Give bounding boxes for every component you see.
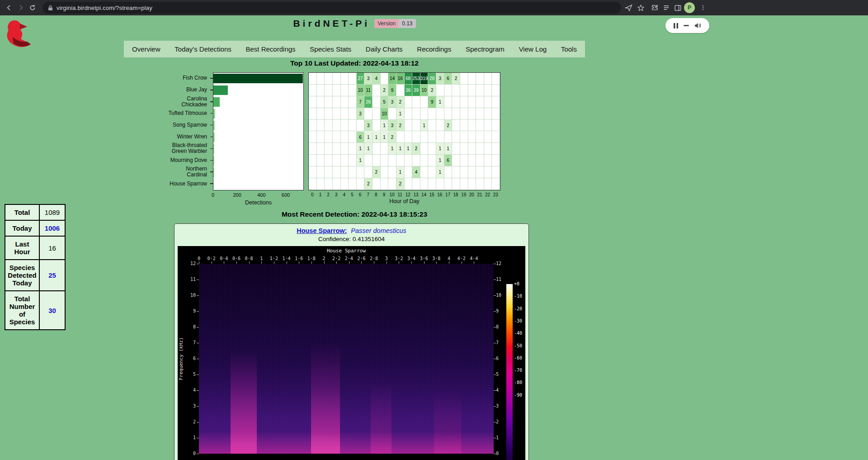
spectrogram-tick-mark xyxy=(197,295,199,296)
species-axis-tick xyxy=(210,125,213,126)
heatmap-cell xyxy=(444,96,453,108)
spectrogram-time-tick-label: 1·4 xyxy=(280,256,293,261)
nav-item-species-stats[interactable]: Species Stats xyxy=(310,45,351,53)
heatmap-cell: 253 xyxy=(412,73,420,85)
spectrogram-freq-tick-label: 1 xyxy=(496,435,509,441)
menu-kebab-icon[interactable] xyxy=(698,2,708,13)
browser-toolbar: virginia.birdnetpi.com/?stream=play P xyxy=(0,0,868,15)
heatmap-cell xyxy=(468,155,476,166)
detection-species-link[interactable]: House Sparrow: xyxy=(297,227,347,234)
heatmap-cell xyxy=(333,155,341,166)
detection-count-bar xyxy=(213,121,215,130)
colorbar-tick-label: -30 xyxy=(514,318,526,324)
spectrogram-tick-mark xyxy=(494,311,496,312)
side-panel-icon[interactable] xyxy=(672,2,683,13)
heatmap-cell xyxy=(325,132,333,143)
species-label: House Sparrow xyxy=(149,178,208,190)
heatmap-cell xyxy=(317,143,325,155)
nav-item-spectrogram[interactable]: Spectrogram xyxy=(466,45,505,53)
nav-item-recordings[interactable]: Recordings xyxy=(417,45,451,53)
heatmap-axis-label: Hour of Day xyxy=(308,198,500,204)
heatmap-cell xyxy=(468,96,476,108)
nav-item-best-recordings[interactable]: Best Recordings xyxy=(246,45,296,53)
species-axis-tick xyxy=(210,78,213,79)
heatmap-cell xyxy=(325,85,333,96)
heatmap-cell xyxy=(341,73,349,85)
heatmap-cell: 27 xyxy=(357,73,365,85)
stats-row: SpeciesDetectedToday25 xyxy=(5,260,65,291)
bar-axis-tick-label: 400 xyxy=(255,192,268,198)
pause-button[interactable] xyxy=(673,23,679,29)
colorbar-tick-label: -20 xyxy=(514,306,526,312)
spectrogram-tick-mark xyxy=(197,264,199,264)
heatmap-cell: 1 xyxy=(436,166,444,178)
spectrogram-time-tick-label: 4·4 xyxy=(467,256,481,261)
spectrogram-tick-mark xyxy=(287,261,287,264)
spectrogram-freq-tick-label: 9 xyxy=(496,308,509,314)
heatmap-cell xyxy=(428,166,436,178)
spectrogram-tick-mark xyxy=(197,327,199,327)
stats-value-link[interactable]: 25 xyxy=(39,260,65,291)
heatmap-cell xyxy=(341,96,349,108)
heatmap-cell xyxy=(428,108,436,120)
extensions-icon[interactable] xyxy=(649,2,660,13)
heatmap-cell xyxy=(364,166,373,178)
heatmap-cell: 1 xyxy=(436,155,444,166)
heatmap-cell: 10 xyxy=(420,85,429,96)
spectrogram-freq-tick-label: 9 xyxy=(183,308,196,314)
spectrogram-tick-mark xyxy=(197,454,199,454)
detection-title: House Sparrow:Passer domesticus xyxy=(175,227,528,236)
heatmap-cell xyxy=(396,132,405,143)
heatmap-cell xyxy=(341,108,349,120)
volume-icon[interactable] xyxy=(694,22,702,29)
send-icon[interactable] xyxy=(623,2,634,13)
bookmark-star-icon[interactable] xyxy=(635,2,646,13)
bar-axis-tick-label: 600 xyxy=(279,192,292,198)
spectrogram-tick-mark xyxy=(261,261,262,264)
spectrogram-freq-tick-label: 4 xyxy=(496,388,509,393)
species-label: CarolinaChickadee xyxy=(149,96,208,108)
seek-slider[interactable] xyxy=(684,25,689,26)
heatmap-cell xyxy=(428,143,436,155)
spectrogram-freq-tick-label: 8 xyxy=(496,324,509,330)
heatmap-cell xyxy=(381,73,389,85)
version-label: Version xyxy=(374,19,399,28)
detection-count-bar xyxy=(213,85,228,95)
spectrogram-tick-mark xyxy=(236,261,237,264)
nav-item-tools[interactable]: Tools xyxy=(561,45,577,53)
heatmap-cell xyxy=(476,143,484,155)
audio-player[interactable] xyxy=(665,18,709,33)
heatmap-cell xyxy=(412,96,420,108)
back-icon[interactable] xyxy=(4,2,14,13)
heatmap-cell xyxy=(420,178,429,190)
heatmap-cell xyxy=(309,155,317,166)
heatmap-cell xyxy=(484,143,492,155)
heatmap-cell xyxy=(452,143,460,155)
nav-item-overview[interactable]: Overview xyxy=(132,45,160,53)
heatmap-cell xyxy=(484,73,492,85)
heatmap-cell xyxy=(476,73,484,85)
heatmap-cell xyxy=(428,155,436,166)
spectrogram-time-tick-label: 0 xyxy=(192,256,206,261)
profile-initial: P xyxy=(688,5,691,11)
stats-value-link[interactable]: 30 xyxy=(39,291,65,330)
heatmap-cell xyxy=(468,132,476,143)
reload-icon[interactable] xyxy=(27,2,38,13)
heatmap-cell: 7 xyxy=(357,96,365,108)
address-bar[interactable]: virginia.birdnetpi.com/?stream=play xyxy=(42,2,621,14)
colorbar-tick-label: -90 xyxy=(514,393,526,398)
spectrogram-freq-tick-label: 0 xyxy=(183,451,196,456)
heatmap-cell: 1 xyxy=(396,108,405,120)
spectrogram-time-tick-label: 0·4 xyxy=(217,256,231,261)
spectrogram-tick-mark xyxy=(197,280,199,280)
stats-value-link[interactable]: 1006 xyxy=(39,220,65,236)
reading-list-icon[interactable] xyxy=(661,2,672,13)
heatmap-cell: 1 xyxy=(396,143,405,155)
nav-item-daily-charts[interactable]: Daily Charts xyxy=(366,45,403,53)
nav-item-view-log[interactable]: View Log xyxy=(519,45,547,53)
nav-item-today-s-detections[interactable]: Today's Detections xyxy=(175,45,231,53)
spectrogram-freq-tick-label: 0 xyxy=(496,451,509,456)
profile-avatar[interactable]: P xyxy=(684,2,695,13)
forward-icon[interactable] xyxy=(15,2,26,13)
heatmap-cell: 6 xyxy=(357,132,365,143)
